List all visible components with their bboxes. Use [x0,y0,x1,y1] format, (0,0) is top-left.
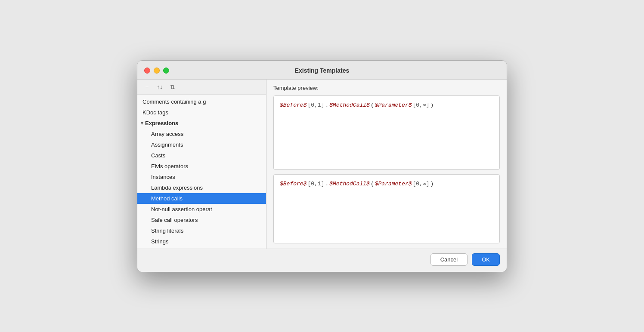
code-part: ) [430,180,434,189]
code-part: [0,1] [307,101,324,110]
tree-item-expressions[interactable]: ▾Expressions [137,118,266,129]
code-part: $Parameter$ [375,101,412,110]
code-part: ( [371,101,374,110]
dialog-body: − ↑↓ ⇅ Comments containing a gKDoc tags▾… [137,80,507,249]
bottom-preview-code: $Before$ [0,1] . $MethodCall$ ( $Paramet… [280,180,493,189]
traffic-lights [144,68,169,74]
ok-button[interactable]: OK [472,253,500,266]
tree-item-method-calls[interactable]: Method calls [137,193,266,204]
bottom-preview-box: $Before$ [0,1] . $MethodCall$ ( $Paramet… [273,174,500,243]
tree-item-elvis-operators[interactable]: Elvis operators [137,161,266,172]
chevron-icon: ▾ [141,120,143,126]
title-bar: Existing Templates [137,61,507,80]
sort-button[interactable]: ↑↓ [154,82,166,92]
code-part: . [325,180,328,189]
top-preview-code: $Before$ [0,1] . $MethodCall$ ( $Paramet… [280,101,493,110]
code-part: $Before$ [280,180,307,189]
top-preview-box: $Before$ [0,1] . $MethodCall$ ( $Paramet… [273,95,500,170]
dialog-footer: Cancel OK [137,249,507,272]
remove-button[interactable]: − [141,82,153,92]
sort-alt-button[interactable]: ⇅ [167,82,179,92]
tree-item-label: Expressions [145,120,178,126]
code-part: $MethodCall$ [329,180,370,189]
code-part: $MethodCall$ [329,101,370,110]
left-panel: − ↑↓ ⇅ Comments containing a gKDoc tags▾… [137,80,266,249]
right-panel: Template preview: $Before$ [0,1] . $Meth… [266,80,507,249]
code-part: [0,∞] [413,101,430,110]
code-part: . [325,101,328,110]
tree-item-comments-containing[interactable]: Comments containing a g [137,96,266,107]
preview-label: Template preview: [273,85,500,91]
tree-item-instances[interactable]: Instances [137,172,266,182]
tree-container: Comments containing a gKDoc tags▾Express… [137,95,266,249]
tree-item-kdoc-tags[interactable]: KDoc tags [137,107,266,118]
tree-item-casts[interactable]: Casts [137,150,266,161]
code-part: $Before$ [280,101,307,110]
close-button[interactable] [144,68,150,74]
tree-item-strings[interactable]: Strings [137,236,266,247]
tree-item-array-access[interactable]: Array access [137,129,266,139]
tree-item-safe-call-operators[interactable]: Safe call operators [137,215,266,225]
code-part: [0,1] [307,180,324,189]
toolbar: − ↑↓ ⇅ [137,80,266,95]
cancel-button[interactable]: Cancel [430,253,468,266]
minimize-button[interactable] [154,68,160,74]
tree-item-assignments[interactable]: Assignments [137,139,266,150]
dialog: Existing Templates − ↑↓ ⇅ Comments conta… [137,60,507,272]
code-part: ( [371,180,374,189]
code-part: [0,∞] [413,180,430,189]
tree-item-not-null-assertion[interactable]: Not-null assertion operat [137,204,266,215]
code-part: $Parameter$ [375,180,412,189]
code-part: ) [430,101,434,110]
tree-item-string-literals[interactable]: String literals [137,225,266,236]
tree-item-lambda-expressions[interactable]: Lambda expressions [137,182,266,193]
maximize-button[interactable] [163,68,169,74]
dialog-title: Existing Templates [295,67,350,74]
